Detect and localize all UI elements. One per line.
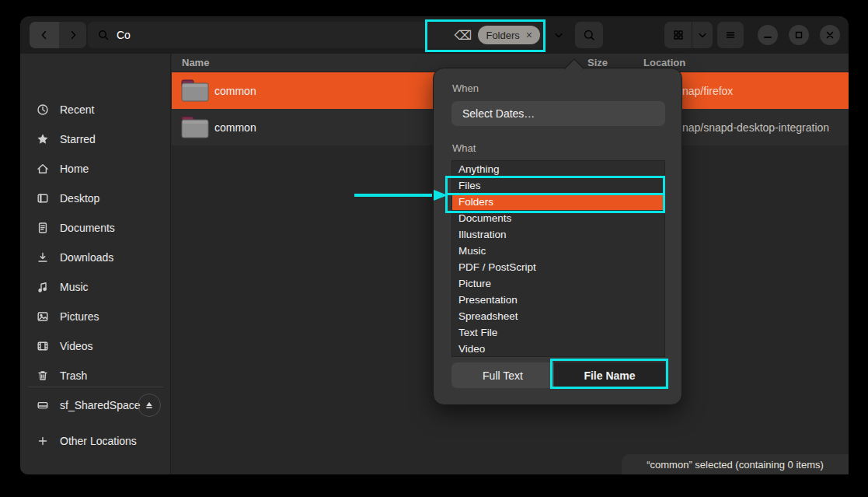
status-bar: “common” selected (containing 0 items) bbox=[622, 454, 849, 474]
sidebar-separator bbox=[28, 387, 163, 387]
sidebar-item-label: Trash bbox=[60, 369, 87, 382]
maximize-button[interactable] bbox=[789, 25, 809, 45]
chevleft-icon bbox=[38, 29, 51, 41]
download-icon bbox=[36, 251, 49, 264]
grid-view-button[interactable] bbox=[664, 22, 692, 48]
file-type-option-documents[interactable]: Documents bbox=[452, 210, 664, 226]
nav-buttons bbox=[30, 22, 86, 48]
sidebar-item-sf-sharedspace[interactable]: sf_SharedSpace bbox=[26, 391, 166, 419]
backspace-clear-icon[interactable]: ⌫ bbox=[455, 28, 472, 43]
sidebar-item-downloads[interactable]: Downloads bbox=[26, 243, 166, 271]
sidebar-item-trash[interactable]: Trash bbox=[26, 362, 166, 390]
status-text: “common” selected (containing 0 items) bbox=[647, 459, 824, 471]
file-type-option-spreadsheet[interactable]: Spreadsheet bbox=[452, 308, 664, 324]
home-icon bbox=[36, 163, 49, 176]
folder-icon bbox=[181, 79, 209, 102]
file-type-option-music[interactable]: Music bbox=[452, 243, 664, 259]
grid-icon bbox=[672, 29, 685, 41]
magnifier-lg-icon bbox=[583, 29, 595, 41]
forward-button[interactable] bbox=[59, 22, 86, 48]
close-button[interactable] bbox=[820, 25, 840, 45]
column-header-size[interactable]: Size bbox=[587, 57, 608, 68]
file-type-list: AnythingFilesFoldersDocumentsIllustratio… bbox=[451, 160, 665, 357]
folder-icon bbox=[181, 116, 209, 138]
file-type-option-illustration[interactable]: Illustration bbox=[452, 226, 664, 243]
file-type-option-presentation[interactable]: Presentation bbox=[452, 292, 664, 308]
magnifier-icon bbox=[97, 29, 110, 41]
star-icon bbox=[36, 133, 49, 146]
drive-icon bbox=[36, 399, 49, 412]
plus-icon bbox=[36, 435, 49, 448]
document-icon bbox=[36, 222, 49, 235]
sidebar-item-other-locations[interactable]: Other Locations bbox=[26, 427, 166, 455]
search-query-text: Co bbox=[117, 29, 131, 41]
file-type-option-video[interactable]: Video bbox=[452, 341, 664, 357]
sidebar-item-label: Downloads bbox=[60, 251, 113, 264]
chevdown-icon bbox=[553, 29, 565, 41]
sidebar-item-label: Home bbox=[60, 163, 89, 175]
sidebar-item-label: Desktop bbox=[60, 192, 99, 205]
file-name-button[interactable]: File Name bbox=[554, 362, 665, 388]
minimize-button[interactable] bbox=[758, 25, 778, 45]
column-header-name[interactable]: Name bbox=[182, 57, 209, 68]
main-menu-button[interactable] bbox=[717, 22, 744, 48]
sidebar-item-label: Starred bbox=[60, 133, 96, 145]
sidebar-item-videos[interactable]: Videos bbox=[26, 332, 166, 360]
search-filter-chip[interactable]: Folders × bbox=[478, 26, 540, 44]
select-dates-button[interactable]: Select Dates… bbox=[451, 101, 665, 126]
headerbar: Co ⌫ Folders × bbox=[20, 16, 849, 54]
sidebar-item-home[interactable]: Home bbox=[26, 155, 166, 183]
annotation-arrow bbox=[354, 190, 448, 201]
chevdown-icon bbox=[696, 29, 709, 41]
menu-icon bbox=[724, 29, 737, 41]
chip-close-icon[interactable]: × bbox=[526, 29, 532, 41]
file-manager-window: Co ⌫ Folders × RecentStarredHomeDesktopD… bbox=[20, 16, 849, 474]
sidebar-item-desktop[interactable]: Desktop bbox=[26, 184, 166, 212]
file-type-option-files[interactable]: Files bbox=[452, 177, 664, 194]
sidebar-item-label: Documents bbox=[60, 222, 115, 234]
file-location: nap/snapd-desktop-integration bbox=[682, 121, 829, 134]
sidebar-item-recent[interactable]: Recent bbox=[26, 96, 166, 124]
sidebar-item-label: Videos bbox=[60, 340, 93, 352]
search-options-disclosure-button[interactable] bbox=[548, 22, 570, 48]
search-filter-popover: When Select Dates… What AnythingFilesFol… bbox=[433, 68, 682, 405]
what-label: What bbox=[452, 142, 476, 154]
chip-label: Folders bbox=[486, 30, 519, 41]
back-button[interactable] bbox=[30, 22, 59, 48]
sidebar-item-documents[interactable]: Documents bbox=[26, 214, 166, 242]
sidebar-item-label: Recent bbox=[60, 103, 94, 116]
full-text-button[interactable]: Full Text bbox=[451, 362, 554, 388]
file-location: nap/firefox bbox=[682, 85, 733, 97]
file-type-option-anything[interactable]: Anything bbox=[452, 161, 664, 177]
trash-icon bbox=[36, 369, 49, 383]
sidebar-item-label: sf_SharedSpace bbox=[60, 399, 141, 411]
file-name: common bbox=[214, 121, 256, 134]
maximize-icon bbox=[793, 29, 805, 41]
video-icon bbox=[36, 340, 49, 353]
minimize-icon bbox=[762, 29, 774, 41]
chevright-icon bbox=[67, 29, 79, 41]
search-toggle-button[interactable] bbox=[575, 22, 603, 48]
picture-icon bbox=[36, 310, 49, 324]
sidebar-item-music[interactable]: Music bbox=[26, 273, 166, 301]
desktop-icon bbox=[36, 192, 49, 205]
sidebar: RecentStarredHomeDesktopDocumentsDownloa… bbox=[20, 54, 171, 474]
close-icon bbox=[824, 29, 836, 41]
sidebar-item-starred[interactable]: Starred bbox=[26, 125, 166, 153]
eject-button[interactable] bbox=[138, 394, 161, 417]
sidebar-item-label: Music bbox=[60, 281, 89, 293]
file-type-option-text-file[interactable]: Text File bbox=[452, 324, 664, 341]
search-mode-buttons: Full Text File Name bbox=[451, 362, 665, 388]
arrow-head bbox=[434, 190, 448, 201]
file-type-option-picture[interactable]: Picture bbox=[452, 275, 664, 292]
view-options-button[interactable] bbox=[692, 22, 713, 48]
clock-icon bbox=[36, 103, 49, 117]
when-label: When bbox=[452, 82, 479, 94]
sidebar-item-pictures[interactable]: Pictures bbox=[26, 303, 166, 331]
sidebar-item-label: Other Locations bbox=[60, 435, 137, 447]
file-type-option-pdf-postscript[interactable]: PDF / PostScript bbox=[452, 259, 664, 275]
column-header-location[interactable]: Location bbox=[643, 57, 685, 68]
music-icon bbox=[36, 281, 49, 294]
search-input[interactable]: Co ⌫ Folders × bbox=[88, 22, 546, 48]
file-type-option-folders[interactable]: Folders bbox=[452, 194, 664, 210]
